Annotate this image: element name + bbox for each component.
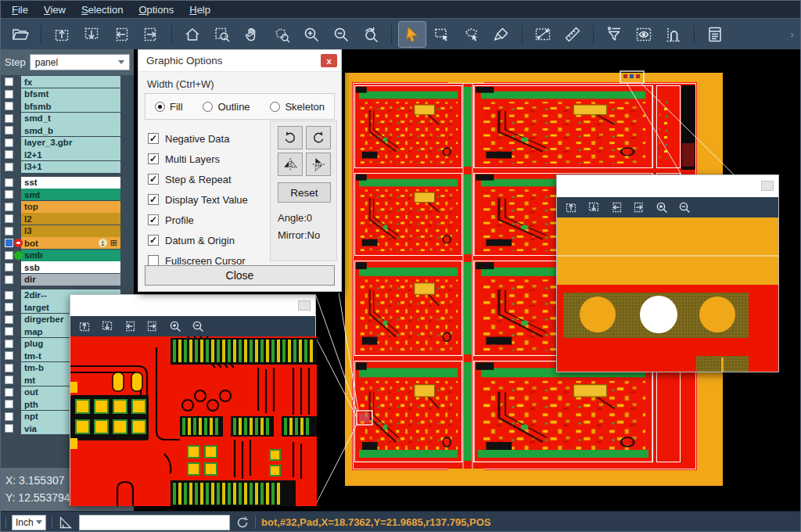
layer-visibility-checkbox[interactable] — [5, 412, 13, 421]
pan-right-icon[interactable] — [145, 319, 160, 333]
magnifier1-content[interactable] — [70, 336, 317, 506]
dialog-checkbox[interactable]: ✓ Multi Layers — [148, 149, 248, 169]
layer-visibility-checkbox[interactable] — [5, 214, 13, 223]
menu-item[interactable]: Selection — [74, 1, 131, 18]
pan-hand-button[interactable] — [239, 22, 265, 47]
refresh-icon[interactable] — [235, 516, 250, 530]
magnifier1-window-button[interactable] — [298, 300, 311, 311]
rotate-ccw-button[interactable] — [306, 126, 331, 149]
angle-measure-icon[interactable] — [58, 515, 74, 530]
layer-chip[interactable]: l3 ⊞ — [21, 225, 120, 237]
layer-chip[interactable]: bfsmt ⊞ — [21, 88, 120, 100]
reset-button[interactable]: Reset — [278, 182, 331, 203]
layer-chip[interactable]: l3+1 ⊞ — [21, 161, 120, 173]
zoom-object-button[interactable] — [268, 22, 295, 47]
layer-visibility-checkbox[interactable] — [5, 327, 13, 336]
layer-visibility-checkbox[interactable] — [5, 315, 13, 324]
layer-chip[interactable]: smt ⊞ — [21, 189, 120, 200]
layer-visibility-checkbox[interactable] — [5, 178, 13, 187]
poly-select-button[interactable] — [458, 22, 485, 47]
menu-item[interactable]: Options — [131, 1, 181, 18]
pan-up-icon[interactable] — [564, 200, 578, 214]
magnifier2-content[interactable] — [557, 217, 778, 372]
zoom-in-icon[interactable] — [655, 200, 669, 214]
layer-chip[interactable]: top ⊞ — [21, 201, 120, 213]
pan-left-icon[interactable] — [609, 200, 623, 214]
menu-item[interactable]: File — [4, 1, 36, 18]
width-radio[interactable]: Outline — [203, 101, 250, 113]
pan-down-icon[interactable] — [100, 319, 114, 333]
layer-visibility-checkbox[interactable] — [5, 150, 13, 159]
pan-right-button[interactable] — [138, 22, 164, 47]
dialog-close-button[interactable]: x — [321, 54, 337, 67]
dialog-checkbox[interactable]: ✓ Datum & Origin — [148, 230, 248, 250]
width-radio[interactable]: Skeleton — [270, 101, 325, 113]
zoom-window-button[interactable] — [209, 22, 235, 47]
layer-chip[interactable]: smd_t ⊞ — [21, 113, 120, 124]
measure-distance-button[interactable] — [530, 22, 556, 47]
layer-visibility-checkbox[interactable] — [5, 126, 13, 135]
layer-visibility-checkbox[interactable] — [5, 114, 13, 123]
layer-chip[interactable]: dir ⊞ — [21, 274, 120, 286]
mirror-vertical-button[interactable] — [306, 153, 331, 176]
toolbar-overflow-icon[interactable]: › — [790, 28, 794, 41]
layer-visibility-checkbox[interactable] — [5, 400, 13, 408]
layer-visibility-checkbox[interactable] — [5, 90, 13, 99]
pan-up-button[interactable] — [48, 22, 75, 47]
layer-chip[interactable]: bot 1 ⊞ — [21, 237, 120, 249]
zoom-in-icon[interactable] — [168, 319, 182, 333]
dialog-title-bar[interactable]: Graphic Options x — [138, 50, 341, 72]
mirror-horizontal-button[interactable] — [278, 153, 303, 176]
layer-chip[interactable]: bfsmb ⊞ — [21, 100, 120, 112]
command-input[interactable] — [79, 515, 230, 530]
magnifier2-window-button[interactable] — [761, 181, 774, 191]
snap-button[interactable] — [660, 22, 687, 47]
pan-right-icon[interactable] — [632, 200, 646, 214]
rotate-cw-button[interactable] — [278, 126, 303, 149]
layer-chip[interactable]: layer_3.gbr ⊞ — [21, 137, 120, 149]
pan-down-button[interactable] — [78, 22, 105, 47]
menu-item[interactable]: View — [36, 1, 74, 18]
view-options-button[interactable] — [630, 22, 657, 47]
layer-visibility-checkbox[interactable] — [5, 138, 13, 147]
dialog-checkbox[interactable]: ✓ Step & Repeat — [148, 169, 248, 189]
layer-chip[interactable]: fx ⊞ — [21, 76, 120, 88]
filter-button[interactable] — [601, 22, 627, 47]
layer-visibility-checkbox[interactable] — [5, 388, 13, 397]
layer-visibility-checkbox[interactable] — [5, 303, 13, 311]
layer-chip[interactable]: l2+1 ⊞ — [21, 149, 120, 160]
width-radio[interactable]: Fill — [155, 101, 183, 113]
pan-left-icon[interactable] — [123, 319, 137, 333]
rect-select-button[interactable] — [429, 22, 455, 47]
layer-visibility-checkbox[interactable] — [5, 351, 13, 360]
report-button[interactable] — [702, 22, 728, 47]
zoom-out-button[interactable] — [328, 22, 354, 47]
layer-visibility-checkbox[interactable] — [5, 424, 13, 433]
dialog-checkbox[interactable]: ✓ Profile — [148, 210, 248, 230]
unit-select[interactable]: Inch — [12, 515, 46, 530]
layer-chip[interactable]: smb ⊞ — [21, 250, 120, 261]
layer-chip[interactable]: sst ⊞ — [21, 177, 120, 189]
close-button[interactable]: Close — [145, 265, 335, 286]
layer-visibility-checkbox[interactable] — [5, 263, 13, 271]
select-tool-button[interactable] — [399, 22, 426, 47]
layer-visibility-checkbox[interactable] — [5, 163, 13, 171]
dialog-checkbox[interactable]: ✓ Display Text Value — [148, 189, 248, 210]
layer-visibility-checkbox[interactable] — [5, 203, 13, 211]
zoom-out-icon[interactable] — [191, 319, 205, 333]
magnifier1-title-bar[interactable] — [70, 295, 315, 316]
ruler-button[interactable] — [559, 22, 586, 47]
layer-visibility-checkbox[interactable] — [5, 77, 13, 86]
layer-visibility-checkbox[interactable] — [5, 227, 13, 235]
layer-chip[interactable]: smd_b ⊞ — [21, 124, 120, 136]
menu-item[interactable]: Help — [181, 1, 218, 18]
layer-chip[interactable]: l2 ⊞ — [21, 213, 120, 225]
layer-chip[interactable]: ssb ⊞ — [21, 261, 120, 273]
layer-visibility-checkbox[interactable] — [5, 340, 13, 348]
zoom-out-icon[interactable] — [677, 200, 691, 214]
open-file-button[interactable] — [7, 22, 34, 47]
zoom-in-button[interactable] — [298, 22, 325, 47]
layer-visibility-checkbox[interactable] — [5, 364, 13, 372]
fit-view-button[interactable] — [179, 22, 206, 47]
layer-visibility-checkbox[interactable] — [5, 275, 13, 284]
